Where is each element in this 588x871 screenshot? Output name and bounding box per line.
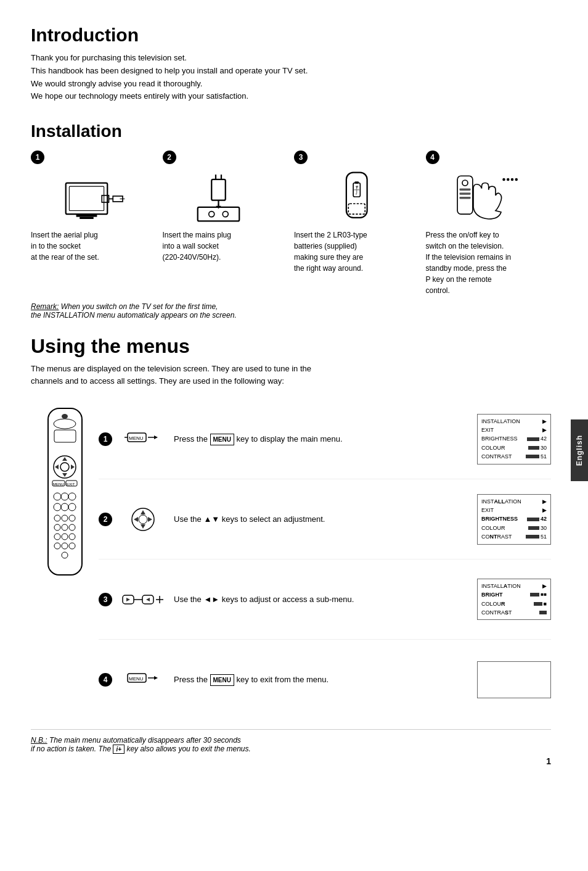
svg-point-62 bbox=[69, 534, 75, 540]
svg-rect-29 bbox=[459, 197, 470, 199]
step-image-1 bbox=[31, 169, 157, 225]
installation-steps: 1 Insert t bbox=[31, 151, 551, 296]
svg-point-52 bbox=[61, 503, 68, 511]
svg-point-51 bbox=[54, 503, 61, 511]
svg-point-73 bbox=[139, 515, 147, 524]
remark-label: Remark: bbox=[31, 302, 59, 311]
svg-rect-8 bbox=[211, 180, 226, 200]
svg-point-36 bbox=[62, 414, 68, 419]
svg-text:-: - bbox=[356, 191, 357, 197]
menu-step-desc-4: Press the MENU key to exit from the menu… bbox=[174, 674, 468, 686]
intro-line-1: Thank you for purchasing this television… bbox=[31, 52, 551, 65]
svg-point-63 bbox=[54, 543, 60, 549]
menu-steps-list: 1 MENU Press the MENU key to display the… bbox=[99, 399, 551, 720]
step-number-2: 2 bbox=[163, 151, 176, 164]
menu-key-4: MENU bbox=[210, 674, 234, 686]
svg-text:MENU: MENU bbox=[53, 482, 64, 486]
menu-item-2-exit: EXIT▶ bbox=[481, 506, 547, 514]
step-text-3: Insert the 2 LR03-type batteries (suppli… bbox=[294, 229, 367, 274]
language-label: English bbox=[575, 435, 584, 466]
remark-text2: the INSTALLATION menu automaticaly appea… bbox=[31, 311, 237, 320]
nb-text3: key also allows you to exit the menus. bbox=[126, 745, 250, 753]
menu-key-1: MENU bbox=[210, 434, 234, 445]
svg-marker-75 bbox=[141, 524, 145, 529]
nb-label: N.B.: bbox=[31, 736, 47, 745]
nav-keys-icon bbox=[125, 504, 161, 535]
step-number-3: 3 bbox=[294, 151, 308, 164]
nb-text: The main menu automatically disappears a… bbox=[49, 736, 241, 745]
svg-rect-12 bbox=[197, 207, 239, 221]
menu-step-icon-4: MENU bbox=[121, 664, 165, 695]
menu-step-num-4: 4 bbox=[99, 673, 112, 687]
full-remote-svg: MENU EXIT bbox=[39, 405, 91, 578]
intro-line-4: We hope our technology meets entirely wi… bbox=[31, 90, 551, 103]
step-number-1: 1 bbox=[31, 151, 44, 164]
svg-point-54 bbox=[54, 515, 60, 521]
svg-point-39 bbox=[60, 463, 69, 471]
svg-point-56 bbox=[69, 515, 75, 521]
aerial-plug-svg bbox=[31, 169, 157, 225]
svg-point-32 bbox=[510, 178, 513, 181]
svg-marker-76 bbox=[134, 517, 138, 522]
svg-rect-25 bbox=[457, 176, 473, 214]
svg-marker-88 bbox=[154, 676, 158, 680]
svg-point-61 bbox=[62, 534, 68, 540]
lr-keys-icon bbox=[121, 584, 165, 615]
svg-marker-70 bbox=[154, 436, 158, 439]
batteries-svg: + - bbox=[294, 169, 420, 225]
menu-step-num-3: 3 bbox=[99, 593, 112, 606]
nb-key: i+ bbox=[113, 745, 125, 754]
intro-line-3: We would strongly advise you read it tho… bbox=[31, 78, 551, 91]
menu-steps-container: MENU EXIT bbox=[31, 399, 551, 720]
intro-line-2: This handbook has been designed to help … bbox=[31, 65, 551, 78]
step-text-4: Press the on/off key to switch on the te… bbox=[426, 229, 512, 296]
svg-point-35 bbox=[54, 419, 76, 429]
menu-step-row-4: 4 MENU Press the MENU key to exit from t… bbox=[99, 640, 551, 720]
svg-text:EXIT: EXIT bbox=[67, 482, 75, 486]
svg-rect-28 bbox=[459, 192, 470, 194]
svg-marker-74 bbox=[141, 510, 145, 514]
menu-screen-1: INSTALLATION▶ EXIT▶ BRIGHTNESS42 COLOUR3… bbox=[477, 414, 551, 464]
remote-column: MENU EXIT bbox=[31, 399, 99, 720]
menu-item-bright: BRIGHTNESS42 bbox=[481, 434, 547, 443]
step-image-3: + - bbox=[294, 169, 420, 225]
svg-rect-6 bbox=[80, 217, 94, 219]
language-tab: English bbox=[571, 419, 588, 481]
menu-item-2-colour: COLOUR30 bbox=[481, 524, 547, 532]
svg-marker-43 bbox=[71, 464, 75, 469]
menu-step-num-1: 1 bbox=[99, 432, 112, 446]
menus-title: Using the menus bbox=[31, 335, 551, 358]
svg-point-60 bbox=[54, 534, 60, 540]
svg-point-14 bbox=[223, 212, 228, 217]
svg-point-59 bbox=[69, 524, 75, 530]
svg-point-58 bbox=[62, 524, 68, 530]
svg-rect-1 bbox=[69, 186, 104, 210]
svg-point-64 bbox=[62, 543, 68, 549]
menu-step-row-2: 2 Use the ▲▼ keys to select an adjustmen… bbox=[99, 479, 551, 559]
menu-step-row-3: 3 bbox=[99, 559, 551, 640]
install-step-3: 3 + - Insert the 2 LR03 bbox=[294, 151, 420, 296]
menu-item-colour: COLOUR30 bbox=[481, 444, 547, 452]
svg-marker-82 bbox=[146, 598, 150, 601]
menu-item-2-install: INSTALLATION▶ bbox=[481, 497, 547, 506]
svg-rect-5 bbox=[76, 214, 97, 217]
menu-item-3-install: INSTALLATION▶ bbox=[481, 582, 547, 590]
menu-step-desc-3: Use the ◄► keys to adjust or access a su… bbox=[174, 593, 468, 606]
installation-title: Installation bbox=[31, 122, 551, 141]
intro-body: Thank you for purchasing this television… bbox=[31, 52, 551, 103]
svg-rect-37 bbox=[54, 430, 76, 442]
menu-box-1: INSTALLATION▶ EXIT▶ BRIGHTNESS42 COLOUR3… bbox=[477, 414, 551, 464]
step-text-2: Insert the mains plug into a wall socket… bbox=[163, 229, 231, 263]
svg-marker-41 bbox=[62, 473, 67, 477]
svg-rect-34 bbox=[48, 408, 82, 575]
menu-item-contrast: CONTRAST51 bbox=[481, 452, 547, 461]
remote-svg bbox=[426, 169, 552, 225]
menu-screen-3: INSTALLATION▶ BRIGHT■■ COLOUR■ CONTRAST bbox=[477, 579, 551, 621]
svg-point-66 bbox=[62, 552, 68, 558]
menu-box-3: INSTALLATION▶ BRIGHT■■ COLOUR■ CONTRAST bbox=[477, 579, 551, 621]
svg-marker-79 bbox=[126, 598, 130, 601]
install-step-1: 1 Insert t bbox=[31, 151, 157, 296]
svg-text:MENU: MENU bbox=[129, 676, 144, 682]
nb-note: N.B.: The main menu automatically disapp… bbox=[31, 729, 551, 754]
svg-point-53 bbox=[68, 503, 76, 511]
